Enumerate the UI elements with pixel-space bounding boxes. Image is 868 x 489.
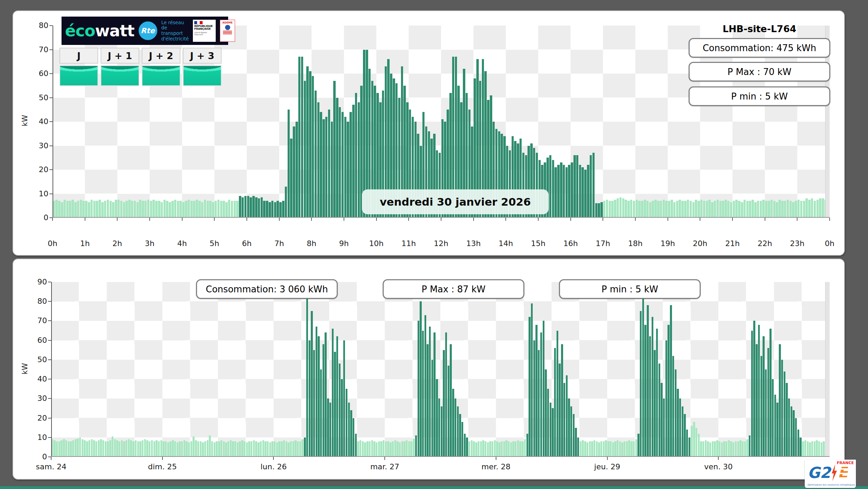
bar	[671, 200, 673, 218]
bar	[816, 440, 818, 457]
bar	[278, 441, 280, 457]
bar	[236, 201, 239, 218]
bar	[808, 200, 811, 218]
bar	[503, 441, 505, 457]
bar	[190, 201, 193, 218]
bar	[355, 93, 357, 218]
bar	[673, 202, 676, 218]
bar	[795, 201, 797, 218]
bar	[735, 441, 737, 457]
bar	[107, 200, 109, 218]
bar	[768, 201, 770, 218]
bar	[134, 201, 136, 218]
bar	[811, 198, 813, 218]
bar	[166, 201, 168, 218]
bar	[93, 201, 96, 218]
bar	[104, 201, 106, 218]
bar	[703, 201, 706, 218]
bar	[102, 440, 104, 457]
bar	[188, 442, 190, 457]
bar	[763, 336, 764, 457]
y-tick-mark	[49, 169, 53, 170]
bar	[589, 441, 591, 457]
bar	[115, 200, 117, 218]
bar	[689, 438, 690, 457]
bar	[709, 442, 711, 457]
bar	[99, 200, 101, 218]
bar	[251, 441, 252, 457]
bar	[320, 369, 322, 457]
tab-j1-thumbnail[interactable]	[101, 65, 139, 86]
bar	[818, 441, 820, 457]
bar	[739, 440, 741, 457]
bar	[262, 440, 264, 457]
bar	[635, 439, 637, 457]
x-tick-label: 11h	[401, 239, 416, 248]
bar	[112, 436, 113, 457]
bar	[700, 441, 702, 457]
bar	[197, 441, 199, 457]
bar	[619, 197, 622, 218]
bar	[501, 441, 503, 457]
bar	[762, 200, 765, 218]
bar	[438, 398, 440, 457]
tab-j2-thumbnail[interactable]	[142, 65, 180, 86]
bar	[399, 442, 401, 457]
bar	[93, 440, 95, 457]
bar	[468, 441, 470, 457]
bar	[642, 288, 644, 457]
bar	[63, 439, 65, 457]
bar	[717, 200, 719, 218]
tab-j1[interactable]: J + 1	[101, 48, 139, 86]
bar	[552, 160, 554, 218]
bar	[471, 440, 473, 457]
bar	[570, 406, 572, 457]
y-tick-label: 60	[28, 69, 48, 78]
bar	[320, 112, 322, 218]
tab-j-thumbnail[interactable]	[59, 65, 98, 86]
bar	[342, 112, 344, 218]
bar	[223, 441, 225, 457]
bar	[443, 350, 445, 457]
bar	[329, 403, 331, 457]
bar	[123, 202, 125, 218]
bar	[149, 441, 150, 457]
bar	[230, 440, 232, 457]
tab-j3[interactable]: J + 3	[183, 48, 222, 86]
bar	[665, 340, 667, 457]
bar	[811, 441, 813, 457]
bar	[772, 379, 774, 457]
scrollbar-gutter[interactable]	[825, 282, 830, 457]
bottom-accent-strip	[0, 486, 868, 489]
bar	[765, 369, 767, 457]
tab-j[interactable]: J	[59, 48, 98, 86]
bar	[809, 442, 811, 457]
bar	[263, 201, 265, 218]
bar	[77, 439, 78, 457]
bar	[317, 102, 320, 218]
bar	[804, 440, 806, 457]
bar	[323, 119, 325, 218]
bar	[296, 122, 298, 218]
bar	[316, 327, 317, 457]
x-tick-label: 9h	[339, 239, 349, 248]
bar	[505, 440, 507, 457]
bar	[791, 406, 792, 457]
bar	[633, 441, 635, 457]
bar	[659, 364, 660, 457]
bar	[96, 201, 98, 218]
republique-text: RÉPUBLIQUE FRANÇAISE	[194, 25, 213, 31]
y-axis-line	[53, 26, 53, 218]
bar	[803, 201, 805, 218]
bar	[622, 198, 625, 218]
tab-j3-thumbnail[interactable]	[183, 65, 222, 86]
bar	[318, 336, 319, 457]
ademe-sublines	[223, 31, 232, 34]
bar	[681, 201, 684, 218]
x-tick-mark	[85, 218, 85, 221]
bar	[207, 201, 209, 218]
bar	[594, 440, 595, 457]
tab-j2[interactable]: J + 2	[142, 48, 180, 86]
bar	[56, 441, 58, 457]
bar	[431, 360, 433, 457]
